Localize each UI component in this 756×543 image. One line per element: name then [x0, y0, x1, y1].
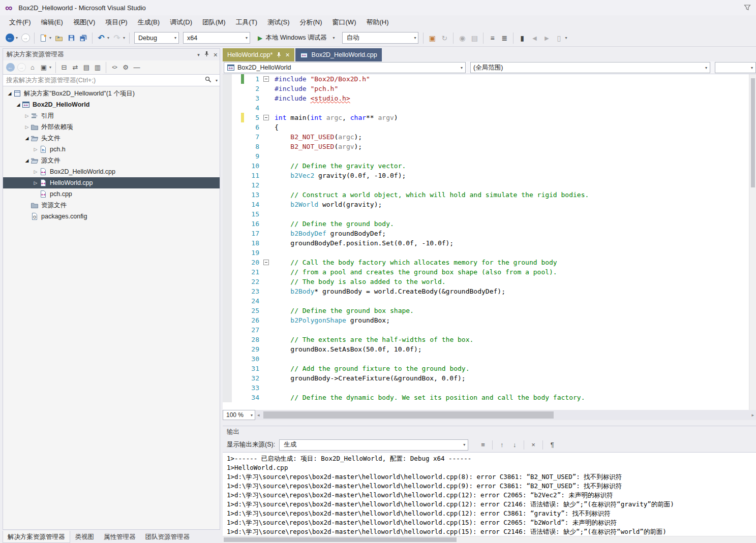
messages-icon[interactable]: ≡ — [477, 439, 489, 451]
dropdown-caret-icon[interactable]: ▾ — [565, 36, 567, 40]
previous-message-icon[interactable]: ↑ — [496, 439, 507, 451]
breakpoint-margin[interactable] — [223, 122, 241, 132]
breakpoint-margin[interactable] — [223, 364, 241, 373]
collapse-arrow-icon[interactable]: ◢ — [23, 136, 31, 141]
breakpoint-margin[interactable] — [223, 335, 241, 344]
sync-with-active-document-icon[interactable]: ⇄ — [70, 62, 80, 73]
debug-type-combo[interactable]: 自动▾ — [342, 32, 418, 44]
menu-project[interactable]: 项目(P) — [100, 15, 132, 29]
restart-icon[interactable]: ↻ — [439, 32, 450, 44]
external-dependencies-node[interactable]: ▷外部依赖项 — [3, 121, 220, 133]
breakpoint-margin[interactable] — [223, 180, 241, 190]
breakpoint-margin[interactable] — [223, 209, 241, 219]
output-text[interactable]: 1>------ 已启动生成: 项目: Box2D_HelloWorld, 配置… — [223, 452, 756, 536]
breakpoint-margin[interactable] — [223, 132, 241, 142]
output-line[interactable]: 1>d:\学习\source\repos\box2d-master\hellow… — [227, 472, 756, 482]
forward-icon[interactable]: → — [20, 32, 31, 44]
feedback-icon[interactable] — [744, 4, 751, 11]
menu-window[interactable]: 窗口(W) — [327, 15, 361, 29]
breakpoint-margin[interactable] — [223, 113, 241, 122]
expand-arrow-icon[interactable]: ▷ — [32, 180, 39, 185]
undo-icon[interactable]: ↶ — [96, 32, 107, 44]
copy-icon[interactable]: ▥ — [93, 62, 103, 73]
open-file-icon[interactable] — [53, 32, 65, 44]
breakpoint-margin[interactable] — [223, 74, 241, 84]
resource-files-folder-node[interactable]: 资源文件 — [3, 200, 220, 211]
breakpoint-margin[interactable] — [223, 277, 241, 286]
output-line[interactable]: 1>d:\学习\source\repos\box2d-master\hellow… — [227, 500, 756, 509]
dropdown-caret-icon[interactable]: ▾ — [16, 36, 18, 40]
menu-debug[interactable]: 调试(D) — [165, 15, 197, 29]
breakpoint-margin[interactable] — [223, 296, 241, 306]
breakpoint-margin[interactable] — [223, 238, 241, 248]
breakpoint-margin[interactable] — [223, 229, 241, 238]
search-input[interactable] — [3, 75, 205, 86]
dropdown-caret-icon[interactable]: ▾ — [123, 36, 125, 40]
home-icon[interactable]: ⌂ — [27, 62, 38, 73]
fold-collapse-icon[interactable] — [263, 76, 269, 82]
types-combo[interactable]: ++ Box2D_HelloWorld ▾ — [224, 62, 466, 73]
tab-class-view[interactable]: 类视图 — [71, 531, 99, 543]
fold-collapse-icon[interactable] — [263, 115, 269, 120]
members-combo[interactable]: (全局范围) ▾ — [470, 62, 710, 73]
save-all-icon[interactable] — [78, 32, 89, 44]
indent-decrease-icon[interactable]: ≡ — [487, 32, 498, 44]
breakpoint-margin[interactable] — [223, 171, 241, 180]
close-icon[interactable]: × — [285, 51, 289, 58]
collapse-arrow-icon[interactable]: ◢ — [23, 158, 31, 163]
clear-all-icon[interactable]: × — [528, 439, 539, 451]
back-icon[interactable]: ← — [4, 32, 15, 44]
output-source-combo[interactable]: 生成 ▾ — [279, 439, 468, 451]
output-horizontal-scrollbar[interactable] — [223, 536, 756, 543]
search-options-caret-icon[interactable]: ▾ — [216, 78, 218, 83]
close-icon[interactable]: × — [214, 51, 218, 58]
redo-icon[interactable]: ↷ — [111, 32, 123, 44]
pin-icon[interactable] — [276, 52, 282, 58]
dropdown-caret-icon[interactable]: ▾ — [49, 65, 51, 70]
output-line[interactable]: 1>------ 已启动生成: 项目: Box2D_HelloWorld, 配置… — [227, 454, 756, 463]
output-line[interactable]: 1>d:\学习\source\repos\box2d-master\hellow… — [227, 491, 756, 500]
switch-views-icon[interactable]: ▣ — [39, 62, 49, 73]
dropdown-caret-icon[interactable]: ▾ — [49, 36, 51, 40]
collapse-all-icon[interactable]: ⊟ — [59, 62, 69, 73]
project-node[interactable]: ◢++Box2D_HelloWorld — [3, 99, 220, 110]
tab-helloworld-cpp[interactable]: HelloWorld.cpp*× — [223, 48, 294, 61]
fold-collapse-icon[interactable] — [263, 260, 269, 265]
tab-team-explorer[interactable]: 团队资源管理器 — [141, 531, 195, 543]
search-icon[interactable] — [205, 76, 211, 84]
start-debugging-button[interactable]: ▶本地 Windows 调试器▾ — [254, 32, 339, 44]
collapse-arrow-icon[interactable]: ◢ — [15, 102, 22, 107]
expand-arrow-icon[interactable]: ▷ — [32, 169, 39, 174]
solution-configuration-combo[interactable]: Debug▾ — [134, 32, 179, 44]
breakpoint-margin[interactable] — [223, 344, 241, 354]
breakpoint-margin[interactable] — [223, 325, 241, 335]
zoom-combo[interactable]: 100 % ▾ — [223, 410, 255, 420]
code-area[interactable]: 1#include "Box2D/Box2D.h"2#include "pch.… — [223, 74, 749, 410]
output-line[interactable]: 1>HelloWorld.cpp — [227, 463, 756, 472]
hot-reload-icon[interactable]: ▣ — [427, 32, 438, 44]
projects-combo[interactable]: ▾ — [715, 62, 756, 73]
breakpoint-margin[interactable] — [223, 84, 241, 93]
breakpoint-margin[interactable] — [223, 393, 241, 402]
output-line[interactable]: 1>d:\学习\source\repos\box2d-master\hellow… — [227, 527, 756, 536]
breakpoint-margin[interactable] — [223, 373, 241, 383]
menu-edit[interactable]: 编辑(E) — [36, 15, 68, 29]
breakpoint-margin[interactable] — [223, 286, 241, 296]
pch-cpp-node[interactable]: ++pch.cpp — [3, 188, 220, 200]
menu-file[interactable]: 文件(F) — [4, 15, 36, 29]
menu-build[interactable]: 生成(B) — [133, 15, 165, 29]
breakpoint-margin[interactable] — [223, 151, 241, 161]
pin-icon[interactable] — [204, 51, 209, 58]
editor-vertical-scrollbar[interactable] — [749, 74, 756, 410]
tab-property-manager[interactable]: 属性管理器 — [99, 531, 140, 543]
menu-view[interactable]: 视图(V) — [68, 15, 100, 29]
output-line[interactable]: 1>d:\学习\source\repos\box2d-master\hellow… — [227, 509, 756, 518]
pch-h-node[interactable]: ▷hpch.h — [3, 144, 220, 155]
source-files-folder-node[interactable]: ◢源文件 — [3, 155, 220, 166]
new-file-icon[interactable] — [38, 32, 49, 44]
view-code-icon[interactable]: <> — [109, 62, 119, 73]
breakpoint-margin[interactable] — [223, 248, 241, 258]
output-line[interactable]: 1>d:\学习\source\repos\box2d-master\hellow… — [227, 482, 756, 491]
references-node[interactable]: ▷引用 — [3, 110, 220, 121]
breakpoint-margin[interactable] — [223, 315, 241, 325]
